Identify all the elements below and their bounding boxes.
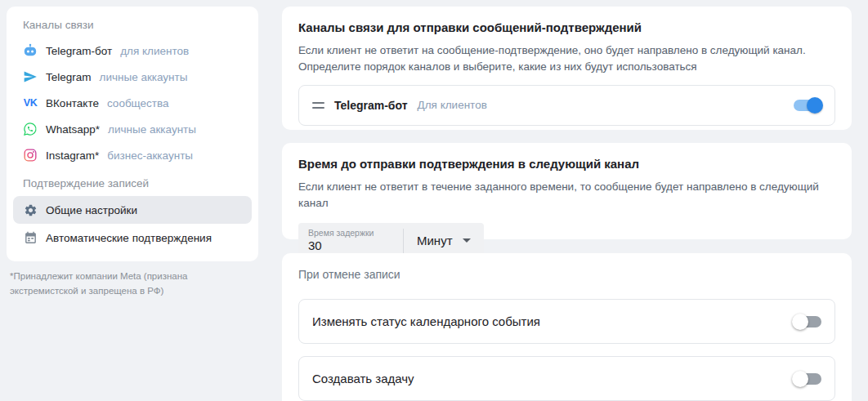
sidebar-section-channels: Каналы связи — [7, 18, 258, 33]
card-description: Если клиент не ответит в течение заданно… — [298, 179, 835, 212]
delay-input-value: 30 — [308, 238, 393, 253]
time-unit-value: Минут — [417, 234, 453, 247]
calendar-status-toggle[interactable] — [794, 316, 821, 327]
telegram-icon — [23, 69, 38, 84]
gear-icon — [23, 203, 38, 217]
sidebar-item-telegram[interactable]: Telegram личные аккаунты — [7, 64, 258, 90]
sidebar-item-auto-confirmations[interactable]: Автоматические подтверждения — [13, 224, 252, 252]
channel-name: Whatsapp* — [46, 123, 100, 136]
sidebar-item-vkontakte[interactable]: VK ВКонтакте сообщества — [7, 90, 258, 116]
sidebar-item-telegram-bot[interactable]: Telegram-бот для клиентов — [7, 38, 258, 64]
card-title: При отмене записи — [298, 266, 835, 283]
telegram-bot-icon — [23, 43, 38, 58]
option-row-create-task: Создавать задачу — [298, 356, 835, 401]
on-cancel-card: При отмене записи Изменять статус календ… — [282, 253, 852, 401]
sidebar-section-confirmations: Подтверждение записей — [7, 176, 258, 191]
confirmation-channels-card: Каналы связи для отправки сообщений-подт… — [282, 7, 852, 130]
channel-sub: личные аккаунты — [108, 123, 196, 136]
card-description: Если клиент не ответит на сообщение-подт… — [298, 42, 835, 76]
vk-icon: VK — [23, 96, 38, 110]
sidebar: Каналы связи Telegram-бот для клиентов T… — [7, 7, 258, 261]
sidebar-item-whatsapp[interactable]: Whatsapp* личные аккаунты — [7, 116, 258, 142]
channel-sub: личные аккаунты — [100, 71, 188, 83]
telegram-bot-toggle[interactable] — [794, 100, 821, 111]
whatsapp-icon — [23, 122, 38, 136]
channel-name: ВКонтакте — [46, 97, 99, 109]
instagram-icon — [23, 148, 38, 163]
channel-name: Instagram* — [46, 149, 99, 162]
channel-name: Telegram — [46, 71, 92, 83]
calendar-icon — [23, 230, 38, 245]
option-label: Создавать задачу — [312, 372, 414, 385]
channel-row-name: Telegram-бот — [334, 99, 408, 112]
create-task-toggle[interactable] — [794, 373, 821, 385]
channel-name: Telegram-бот — [46, 45, 112, 57]
sidebar-item-general-settings[interactable]: Общие настройки — [13, 196, 252, 224]
channel-sub: сообщества — [107, 97, 169, 109]
sidebar-item-instagram[interactable]: Instagram* бизнес-аккаунты — [7, 142, 258, 168]
channel-sub: бизнес-аккаунты — [107, 149, 193, 162]
chevron-down-icon — [463, 238, 471, 243]
meta-footnote: *Принадлежит компании Meta (признана экс… — [10, 270, 248, 299]
card-title: Каналы связи для отправки сообщений-подт… — [298, 20, 835, 36]
option-label: Изменять статус календарного события — [312, 314, 540, 328]
sidebar-item-label: Автоматические подтверждения — [46, 232, 212, 244]
card-title: Время до отправки подтверждения в следую… — [298, 156, 835, 172]
sidebar-item-label: Общие настройки — [46, 204, 137, 216]
delay-input-label: Время задержки — [308, 228, 393, 238]
drag-handle-icon[interactable] — [312, 99, 324, 112]
channel-sub: для клиентов — [120, 45, 189, 57]
option-row-calendar-status: Изменять статус календарного события — [298, 299, 835, 344]
channel-row-telegram-bot: Telegram-бот Для клиентов — [298, 85, 835, 126]
delay-card: Время до отправки подтверждения в следую… — [282, 143, 852, 239]
channel-row-sub: Для клиентов — [418, 99, 487, 111]
